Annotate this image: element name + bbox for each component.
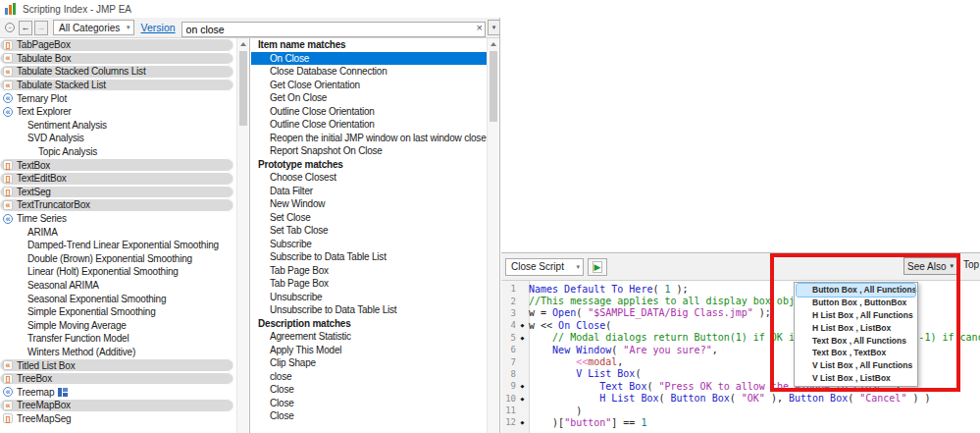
category-list-item[interactable]: []TreeBox — [0, 372, 233, 386]
result-item[interactable]: close — [251, 370, 487, 384]
see-also-menu-item[interactable]: H List Box , ListBox — [795, 322, 917, 335]
code-token: , — [617, 356, 623, 367]
category-list-item[interactable]: SVD Analysis — [0, 132, 236, 145]
search-input[interactable] — [181, 22, 486, 37]
see-also-button[interactable]: See Also ▾ — [903, 257, 957, 275]
result-item[interactable]: Set Tab Close — [251, 224, 487, 238]
platform-icon: « — [3, 93, 13, 103]
result-item[interactable]: Get Close Orientation — [251, 79, 487, 92]
category-list-item[interactable]: []TreeMapSeg — [0, 412, 236, 426]
category-list-item[interactable]: Double (Brown) Exponential Smoothing — [0, 252, 236, 266]
result-item[interactable]: Choose Closest — [251, 171, 487, 185]
treemap-icon — [58, 388, 68, 397]
code-text: w = Open( "$SAMPLE_DATA/Big Class.jmp" )… — [529, 307, 771, 318]
category-list-item[interactable]: «TreeMapBox — [0, 399, 233, 412]
code-line[interactable]: 11 ) — [501, 405, 980, 416]
category-list-item[interactable]: «TextTruncatorBox — [0, 198, 233, 212]
category-dropdown[interactable]: All Categories ▾ — [53, 20, 134, 35]
result-item[interactable]: Get On Close — [251, 91, 487, 105]
code-line[interactable]: 12◆ )["button"] == 1 — [501, 416, 980, 428]
category-list-item[interactable]: []TabPageBox — [0, 38, 233, 52]
category-list-item[interactable]: Linear (Holt) Exponential Smoothing — [0, 265, 236, 279]
result-item[interactable]: Close Database Connection — [251, 65, 487, 79]
category-label: TextTruncatorBox — [17, 199, 90, 210]
result-item[interactable]: Unsubscribe — [251, 291, 487, 304]
category-list-item[interactable]: []TextBox — [0, 158, 233, 172]
category-label: Time Series — [17, 213, 67, 224]
clear-search-icon[interactable]: × — [477, 21, 483, 34]
line-number: 11 — [501, 406, 516, 415]
result-item[interactable]: Agreement Statistic — [251, 330, 487, 344]
category-list-item[interactable]: ARIMA — [0, 225, 236, 239]
result-item[interactable]: Subscribe — [251, 238, 487, 251]
version-link[interactable]: Version — [141, 22, 176, 33]
scroll-up-icon — [240, 42, 246, 46]
category-list-item[interactable]: Simple Moving Average — [0, 318, 236, 332]
see-also-menu-item[interactable]: V List Box , All Functions — [795, 359, 917, 372]
category-list-item[interactable]: Damped-Trend Linear Exponential Smoothin… — [0, 239, 236, 252]
result-item[interactable]: Clip Shape — [251, 356, 487, 370]
category-list-item[interactable]: «Tabulate Stacked Columns List — [0, 65, 233, 79]
result-item[interactable]: Report Snapshot On Close — [251, 144, 487, 158]
result-item[interactable]: Apply This Model — [251, 344, 487, 357]
category-label: TextSeg — [17, 187, 51, 197]
forward-button[interactable]: → — [34, 21, 48, 35]
category-list-item[interactable]: «Tabulate Stacked List — [0, 79, 233, 92]
result-item[interactable]: Close — [251, 397, 487, 410]
category-list-item[interactable]: Sentiment Analysis — [0, 119, 236, 133]
scripting-index-window: Scripting Index - JMP EA - ← → All Categ… — [0, 0, 980, 433]
code-line[interactable]: 10◆ H List Box( Button Box( "OK" ), Butt… — [501, 393, 980, 405]
back-button[interactable]: ← — [19, 21, 32, 35]
run-script-button[interactable]: ▶ — [588, 258, 607, 276]
see-also-menu-item[interactable]: Text Box , All Functions — [795, 335, 917, 348]
code-token: On Close — [558, 320, 605, 331]
panel-divider — [499, 18, 500, 433]
category-list-item[interactable]: Simple Exponential Smoothing — [0, 305, 236, 319]
result-item[interactable]: New Window — [251, 197, 487, 211]
back-icon: ← — [22, 23, 30, 32]
category-list-item[interactable]: Winters Method (Additive) — [0, 346, 236, 359]
see-also-menu-item[interactable]: Text Box , TextBox — [795, 347, 917, 359]
category-list-item[interactable]: «Titled List Box — [0, 358, 233, 372]
category-list-item[interactable]: «Text Explorer — [0, 105, 236, 119]
result-item[interactable]: Close — [251, 409, 487, 423]
result-item[interactable]: Outline Close Orientation — [251, 118, 487, 132]
see-also-menu-item[interactable]: H List Box , All Functions — [795, 309, 917, 322]
results-scrollbar[interactable] — [487, 38, 498, 433]
display-box-icon: « — [3, 360, 13, 370]
result-item[interactable]: On Close — [251, 52, 487, 66]
result-item[interactable]: Data Filter — [251, 185, 487, 198]
code-text: ) — [529, 406, 582, 416]
display-box-icon: [] — [3, 40, 13, 50]
left-scrollbar[interactable] — [236, 38, 248, 433]
result-item[interactable]: Close — [251, 383, 487, 397]
code-token: ( — [730, 393, 742, 404]
category-list-item[interactable]: Topic Analysis — [0, 145, 236, 159]
category-list-item[interactable]: «Tabulate Box — [0, 52, 233, 66]
category-list-item[interactable]: Transfer Function Model — [0, 332, 236, 346]
category-list-item[interactable]: Seasonal ARIMA — [0, 279, 236, 293]
category-list-item[interactable]: «Ternary Plot — [0, 91, 236, 105]
script-selector-dropdown[interactable]: Close Script ▾ — [505, 258, 584, 276]
see-also-menu-item[interactable]: Button Box , ButtonBox — [795, 297, 917, 309]
category-list-item[interactable]: []TextSeg — [0, 186, 233, 199]
scrollbar-thumb[interactable] — [239, 51, 247, 126]
platform-icon: « — [3, 107, 13, 117]
result-item[interactable]: Unsubscribe to Data Table List — [251, 303, 487, 317]
result-item[interactable]: Reopen the initial JMP window on last wi… — [251, 132, 487, 145]
category-list-item[interactable]: «Treemap — [0, 385, 236, 399]
category-list-item[interactable]: []TextEditBox — [0, 172, 233, 186]
result-item[interactable]: Subscribe to Data Table List — [251, 250, 487, 264]
result-item[interactable]: Outline Close Orientation — [251, 105, 487, 119]
top-button-clipped[interactable]: Top — [963, 259, 979, 270]
result-item[interactable]: Set Close — [251, 211, 487, 225]
result-item[interactable]: Tab Page Box — [251, 264, 487, 278]
category-list-item[interactable]: Seasonal Exponential Smoothing — [0, 292, 236, 305]
category-list-item[interactable]: «Time Series — [0, 212, 236, 226]
scrollbar-thumb[interactable] — [490, 51, 497, 122]
code-token: ), — [765, 393, 789, 404]
result-item[interactable]: Tab Page Box — [251, 277, 487, 291]
collapse-panel-button[interactable]: - — [3, 21, 17, 35]
see-also-menu-item[interactable]: Button Box , All Functions — [797, 284, 915, 297]
see-also-menu-item[interactable]: V List Box , ListBox — [795, 372, 917, 385]
